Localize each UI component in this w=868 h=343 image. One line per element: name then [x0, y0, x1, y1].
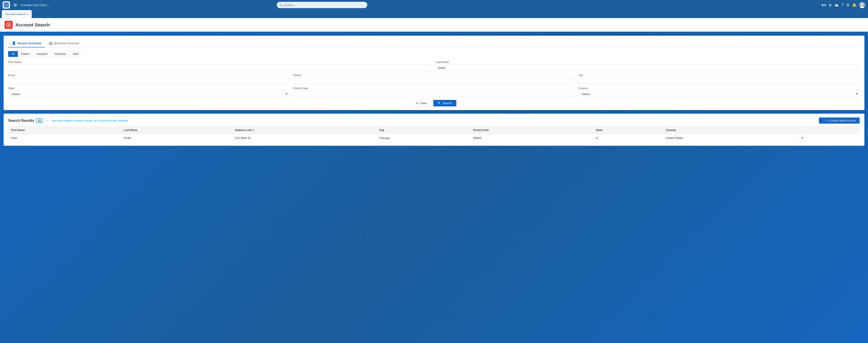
city-input[interactable] — [578, 78, 860, 84]
search-form-card: 👤 Person Accounts 🏢 Business Accounts Al… — [4, 36, 864, 110]
search-button[interactable]: 🔍 Search — [433, 100, 456, 106]
tab-business-accounts[interactable]: 🏢 Business Accounts — [45, 39, 83, 47]
last-name-input[interactable] — [436, 65, 860, 71]
postal-code-field: Postal Code — [293, 87, 575, 97]
email-label: Email — [8, 74, 290, 77]
col-postal-code: Postal Code — [471, 127, 593, 134]
search-magnify-icon: 🔍 — [438, 101, 441, 105]
tab-person-accounts-label: Person Accounts — [18, 42, 41, 45]
filter-staff[interactable]: Staff — [69, 51, 82, 57]
last-name-field: Last Name — [436, 61, 860, 71]
app-name: Komodo Care Conn... — [21, 3, 49, 7]
tab-dropdown-icon[interactable]: ▾ — [27, 13, 28, 15]
cell-last-name: Smith — [121, 134, 232, 142]
help-icon[interactable]: ? — [841, 2, 844, 7]
col-address-line1: Address Line 1 — [232, 127, 376, 134]
page-title: Account Search — [16, 22, 50, 28]
cell-postal-code: 60606 — [471, 134, 593, 142]
cloud-icon[interactable]: ⛅ — [834, 2, 839, 8]
state-field: State --None-- ALAKAZAR CACOCTDE FLGAHII… — [8, 87, 290, 97]
country-field: Country --None-- United States Canada Un… — [578, 87, 860, 97]
results-header: Search Results (1) ← the total number of… — [8, 117, 860, 124]
account-type-tabs: 👤 Person Accounts 🏢 Business Accounts — [8, 39, 860, 47]
col-actions — [797, 127, 860, 134]
clear-label: Clear — [420, 101, 427, 105]
building-icon: 🏢 — [49, 41, 53, 45]
postal-code-label: Postal Code — [293, 87, 575, 90]
col-first-name: First Name — [8, 127, 121, 134]
tab-bar: Account Search ▾ — [0, 10, 868, 18]
bell-icon[interactable]: 🔔 — [852, 2, 857, 8]
filter-patient[interactable]: Patient — [18, 51, 33, 57]
clear-x-icon: ✕ — [416, 101, 418, 105]
city-label: City — [578, 74, 860, 77]
page-header: Account Search — [0, 18, 868, 32]
city-field: City — [578, 74, 860, 84]
row-action-button[interactable]: ▾ — [800, 136, 805, 140]
cell-city: Chicago — [377, 134, 471, 142]
svg-point-1 — [6, 4, 7, 6]
clear-button[interactable]: ✕ Clear — [412, 100, 431, 106]
col-country: Country — [663, 127, 797, 134]
tab-account-search[interactable]: Account Search ▾ — [2, 10, 32, 18]
filter-all[interactable]: All — [8, 51, 18, 57]
main-content: 👤 Person Accounts 🏢 Business Accounts Al… — [0, 32, 868, 343]
cell-country: United States — [663, 134, 797, 142]
filter-physician[interactable]: Physician — [51, 51, 69, 57]
results-annotation: the total number of search results, or A… — [52, 119, 128, 122]
search-icon: 🔍 — [279, 3, 283, 7]
col-state: State — [593, 127, 663, 134]
first-name-label: First Name — [8, 61, 432, 64]
results-title-area: Search Results (1) ← — [8, 118, 49, 123]
top-navigation: ⊞ Komodo Care Conn... 🔍 ★▾ ⊕ ⛅ ? ⚙ 🔔 — [0, 0, 868, 10]
filter-caregiver[interactable]: Caregiver — [33, 51, 51, 57]
state-label: State — [8, 87, 290, 90]
add-icon[interactable]: ⊕ — [828, 2, 832, 8]
cell-address-line1: 123 Main St. — [232, 134, 376, 142]
country-select[interactable]: --None-- United States Canada United Kin… — [578, 91, 860, 97]
create-person-icon: 👤+ — [823, 119, 828, 122]
table-row: John Smith 123 Main St. Chicago 60606 IL… — [8, 134, 860, 142]
last-name-label: Last Name — [436, 61, 860, 64]
phone-input[interactable] — [293, 78, 575, 84]
tab-business-accounts-label: Business Accounts — [54, 42, 79, 45]
results-table-body: John Smith 123 Main St. Chicago 60606 IL… — [8, 134, 860, 142]
form-actions: ✕ Clear 🔍 Search — [8, 100, 860, 106]
cell-row-actions: ▾ — [797, 134, 860, 142]
setup-icon[interactable]: ⚙ — [846, 2, 850, 8]
form-row-contact: Email Phone City — [8, 74, 860, 84]
favorites-icon[interactable]: ★▾ — [820, 2, 827, 8]
app-launcher-icon[interactable]: ⊞ — [12, 2, 18, 7]
col-last-name: Last Name — [121, 127, 232, 134]
results-table-header: First Name Last Name Address Line 1 City… — [8, 127, 860, 134]
svg-point-3 — [861, 3, 863, 5]
results-title-text: Search Results — [8, 118, 34, 123]
page-icon — [4, 21, 13, 29]
global-search-input[interactable] — [277, 2, 367, 8]
email-field: Email — [8, 74, 290, 84]
tab-person-accounts[interactable]: 👤 Person Accounts — [8, 39, 45, 47]
state-select[interactable]: --None-- ALAKAZAR CACOCTDE FLGAHIID ILIN… — [8, 91, 290, 97]
avatar[interactable] — [859, 2, 865, 8]
form-row-name: First Name Last Name — [8, 61, 860, 71]
create-new-account-label: Create New Account — [829, 119, 856, 122]
results-table: First Name Last Name Address Line 1 City… — [8, 127, 860, 142]
annotation-arrow-icon: ← — [45, 118, 49, 123]
phone-field: Phone — [293, 74, 575, 84]
results-count-badge: (1) — [36, 118, 43, 123]
country-label: Country — [578, 87, 860, 90]
first-name-input[interactable] — [8, 65, 432, 71]
app-logo[interactable] — [3, 1, 10, 9]
search-results-card: Search Results (1) ← the total number of… — [4, 114, 864, 146]
create-new-account-button[interactable]: 👤+ Create New Account — [819, 117, 860, 124]
cell-state: IL — [593, 134, 663, 142]
top-nav-actions: ★▾ ⊕ ⛅ ? ⚙ 🔔 — [820, 2, 865, 8]
email-input[interactable] — [8, 78, 290, 84]
tab-label: Account Search — [5, 12, 26, 16]
search-label: Search — [443, 101, 452, 105]
phone-label: Phone — [293, 74, 575, 77]
cell-first-name: John — [8, 134, 121, 142]
person-icon: 👤 — [12, 41, 16, 45]
postal-code-input[interactable] — [293, 91, 575, 97]
global-search: 🔍 — [277, 2, 367, 8]
